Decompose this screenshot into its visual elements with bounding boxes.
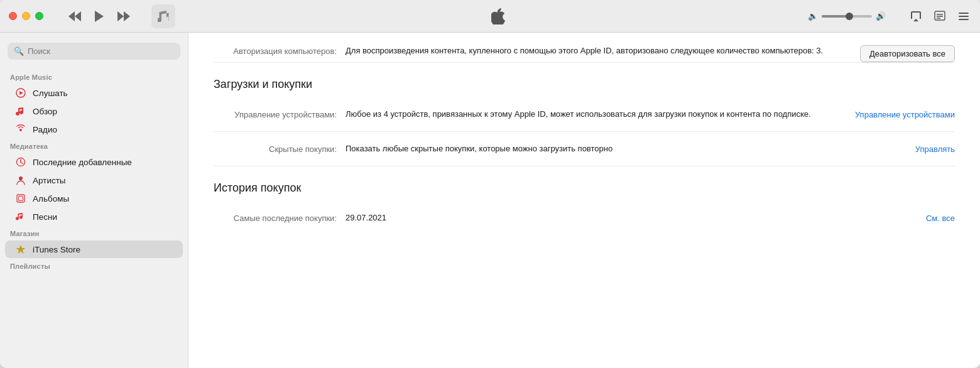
- section-label-apple-music: Apple Music: [0, 70, 188, 84]
- recent-purchases-value: 29.07.2021: [346, 212, 913, 224]
- rewind-button[interactable]: [66, 10, 84, 23]
- section-label-store: Магазин: [0, 226, 188, 240]
- close-button[interactable]: [9, 12, 17, 20]
- sidebar-item-albums[interactable]: Альбомы: [5, 190, 183, 207]
- traffic-lights: [0, 12, 52, 20]
- svg-marker-4: [124, 11, 130, 21]
- radio-wave-icon: [15, 124, 26, 135]
- svg-rect-9: [959, 13, 969, 14]
- apple-logo-icon: [491, 8, 505, 24]
- volume-thumb: [846, 13, 853, 20]
- section-label-library: Медиатека: [0, 139, 188, 153]
- content-area: Авторизация компьютеров: Для воспроизвед…: [188, 33, 980, 368]
- auth-value: Для воспроизведения контента, купленного…: [346, 45, 847, 57]
- hidden-purchases-label: Скрытые покупки:: [214, 143, 346, 154]
- search-input[interactable]: [28, 46, 174, 56]
- volume-slider[interactable]: [822, 15, 872, 18]
- titlebar-left: [0, 4, 188, 28]
- svg-marker-2: [95, 11, 104, 22]
- history-heading: История покупок: [214, 166, 955, 201]
- hidden-purchases-row: Скрытые покупки: Показать любые скрытые …: [214, 132, 955, 166]
- lyrics-button[interactable]: [934, 10, 946, 23]
- see-all-link[interactable]: См. все: [926, 214, 955, 223]
- recent-purchases-label: Самые последние покупки:: [214, 212, 346, 223]
- titlebar: 🔈 🔊: [0, 0, 980, 33]
- svg-rect-11: [959, 19, 969, 20]
- auth-row: Авторизация компьютеров: Для воспроизвед…: [214, 45, 955, 63]
- device-mgmt-value: Любое из 4 устройств, привязанных к этом…: [346, 109, 842, 120]
- manage-hidden-link[interactable]: Управлять: [915, 144, 955, 154]
- svg-marker-0: [75, 11, 81, 21]
- clock-icon: [15, 156, 26, 168]
- sidebar: 🔍 Apple Music Слушать Обзор: [0, 33, 188, 368]
- music-icon-button[interactable]: [151, 4, 175, 28]
- fast-forward-button[interactable]: [115, 10, 133, 23]
- svg-point-14: [19, 129, 22, 131]
- search-icon: 🔍: [14, 46, 24, 56]
- titlebar-right: 🔈 🔊: [808, 10, 980, 23]
- sidebar-item-listen[interactable]: Слушать: [5, 84, 183, 102]
- play-circle-icon: [15, 87, 26, 99]
- auth-action: Деавторизовать все: [860, 45, 955, 62]
- app-window: 🔈 🔊 🔍: [0, 0, 980, 368]
- auth-label: Авторизация компьютеров:: [214, 45, 346, 56]
- airplay-button[interactable]: [910, 10, 922, 23]
- recent-purchases-row: Самые последние покупки: 29.07.2021 См. …: [214, 201, 955, 235]
- volume-high-icon: 🔊: [876, 11, 886, 21]
- svg-rect-20: [19, 197, 23, 201]
- svg-marker-3: [117, 11, 124, 21]
- recent-purchases-action: См. все: [926, 212, 955, 224]
- sidebar-item-radio[interactable]: Радио: [5, 121, 183, 138]
- sidebar-item-itunes-store[interactable]: iTunes Store: [5, 241, 183, 258]
- sidebar-item-itunes-store-label: iTunes Store: [33, 245, 80, 254]
- content-inner: Авторизация компьютеров: Для воспроизвед…: [188, 33, 980, 254]
- music-note-icon: [15, 106, 26, 117]
- sidebar-item-recent-label: Последние добавленные: [33, 158, 132, 167]
- search-box[interactable]: 🔍: [8, 43, 180, 60]
- main-layout: 🔍 Apple Music Слушать Обзор: [0, 33, 980, 368]
- section-label-playlists: Плейлисты: [0, 259, 188, 273]
- artist-icon: [15, 175, 26, 186]
- svg-point-18: [19, 176, 23, 180]
- play-button[interactable]: [92, 9, 106, 23]
- downloads-heading: Загрузки и покупки: [214, 63, 955, 97]
- maximize-button[interactable]: [35, 12, 43, 20]
- hidden-purchases-value: Показать любые скрытые покупки, которые …: [346, 143, 903, 154]
- volume-low-icon: 🔈: [808, 11, 818, 21]
- sidebar-item-albums-label: Альбомы: [33, 194, 69, 203]
- sidebar-item-songs[interactable]: Песни: [5, 208, 183, 225]
- sidebar-item-browse[interactable]: Обзор: [5, 102, 183, 120]
- star-icon: [15, 244, 26, 255]
- device-mgmt-row: Управление устройствами: Любое из 4 устр…: [214, 97, 955, 132]
- menu-button[interactable]: [957, 10, 970, 23]
- sidebar-item-radio-label: Радио: [33, 125, 57, 134]
- svg-line-17: [21, 163, 23, 164]
- apple-logo-area: [188, 8, 808, 24]
- minimize-button[interactable]: [22, 12, 30, 20]
- svg-rect-10: [959, 16, 969, 17]
- device-mgmt-action: Управление устройствами: [855, 109, 955, 120]
- sidebar-item-recent[interactable]: Последние добавленные: [5, 153, 183, 171]
- svg-rect-19: [17, 195, 24, 202]
- sidebar-item-artists-label: Артисты: [33, 176, 66, 185]
- deauthorize-all-button[interactable]: Деавторизовать все: [860, 45, 955, 62]
- songs-icon: [15, 211, 26, 222]
- hidden-purchases-action: Управлять: [915, 143, 955, 154]
- manage-devices-link[interactable]: Управление устройствами: [855, 110, 955, 119]
- sidebar-item-browse-label: Обзор: [33, 107, 57, 116]
- album-icon: [15, 193, 26, 204]
- svg-marker-13: [19, 91, 23, 95]
- transport-controls: [66, 9, 133, 23]
- svg-rect-5: [935, 11, 945, 20]
- volume-control[interactable]: 🔈 🔊: [808, 11, 886, 21]
- sidebar-item-songs-label: Песни: [33, 212, 57, 222]
- sidebar-item-listen-label: Слушать: [33, 89, 68, 98]
- sidebar-item-artists[interactable]: Артисты: [5, 171, 183, 189]
- svg-marker-21: [16, 245, 26, 254]
- transport-area: [52, 4, 188, 28]
- svg-marker-1: [68, 11, 75, 21]
- device-mgmt-label: Управление устройствами:: [214, 109, 346, 119]
